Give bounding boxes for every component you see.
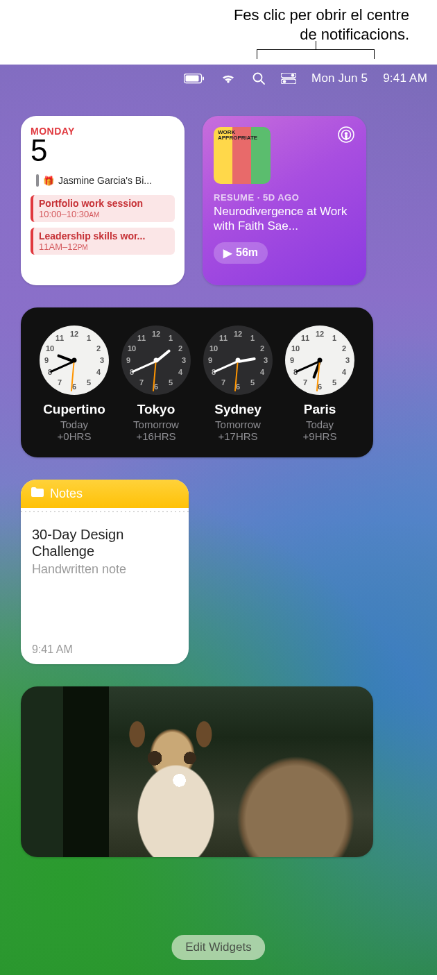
annotation-callout: Fes clic per obrir el centre de notifica…	[0, 0, 437, 65]
note-title: 30-Day Design Challenge	[32, 526, 178, 559]
clock-face: 121234567891011	[40, 326, 109, 395]
calendar-widget[interactable]: MONDAY 5 🎁 Jasmine Garcia's Bi... Portfo…	[21, 116, 185, 285]
notes-widget[interactable]: Notes 30-Day Design Challenge Handwritte…	[21, 480, 189, 664]
podcast-duration: 56m	[236, 246, 258, 259]
calendar-event[interactable]: Leadership skills wor... 11AM–12PM	[31, 228, 175, 255]
calendar-event[interactable]: 🎁 Jasmine Garcia's Bi...	[31, 171, 175, 189]
world-clock-city[interactable]: 121234567891011 Sydney Tomorrow +17HRS	[200, 326, 276, 442]
event-title: Portfolio work session	[39, 198, 171, 209]
svg-rect-1	[186, 75, 199, 81]
event-time: 10:00–10:30AM	[39, 209, 171, 219]
clock-city-label: Paris	[282, 402, 358, 417]
podcast-title: Neurodivergence at Work with Faith Sae..…	[214, 204, 355, 234]
svg-rect-2	[203, 76, 204, 80]
clock-day-label: Today	[36, 419, 112, 430]
clock-offset-label: +0HRS	[36, 430, 112, 442]
clock-offset-label: +9HRS	[282, 430, 358, 442]
note-time: 9:41 AM	[32, 643, 178, 656]
podcasts-widget[interactable]: RESUME · 5D AGO Neurodivergence at Work …	[203, 116, 366, 285]
clock-face: 121234567891011	[285, 326, 354, 395]
play-icon: ▶	[223, 246, 232, 260]
clock-city-label: Tokyo	[118, 402, 194, 417]
event-time: 11AM–12PM	[39, 242, 171, 252]
world-clock-city[interactable]: 121234567891011 Paris Today +9HRS	[282, 326, 358, 442]
podcasts-app-icon	[337, 126, 355, 146]
callout-line2: de notificacions.	[300, 26, 409, 43]
podcast-meta: RESUME · 5D AGO	[214, 192, 355, 203]
svg-point-6	[291, 74, 295, 77]
svg-point-8	[283, 80, 286, 83]
clock-day-label: Tomorrow	[200, 419, 276, 430]
clock-offset-label: +17HRS	[200, 430, 276, 442]
calendar-day-number: 5	[31, 135, 175, 166]
clock-city-label: Cupertino	[36, 402, 112, 417]
clock-face: 121234567891011	[121, 326, 191, 395]
notes-header: Notes	[21, 480, 189, 508]
callout-line1: Fes clic per obrir el centre	[234, 6, 409, 24]
menubar: Mon Jun 5 9:41 AM	[0, 65, 437, 92]
notes-perforation	[21, 508, 189, 515]
edit-widgets-button[interactable]: Edit Widgets	[171, 935, 265, 960]
spotlight-search-icon[interactable]	[252, 71, 266, 85]
callout-bracket	[257, 44, 375, 60]
folder-icon	[31, 487, 44, 501]
podcast-play-button[interactable]: ▶ 56m	[214, 242, 268, 264]
clock-city-label: Sydney	[200, 402, 276, 417]
battery-icon[interactable]	[184, 74, 205, 84]
event-title: Leadership skills wor...	[39, 230, 171, 242]
event-title: Jasmine Garcia's Bi...	[58, 175, 152, 186]
podcast-artwork	[214, 127, 271, 184]
photos-widget[interactable]	[21, 686, 373, 857]
world-clock-city[interactable]: 121234567891011 Cupertino Today +0HRS	[36, 326, 112, 442]
note-subtitle: Handwritten note	[32, 562, 178, 577]
notification-center: MONDAY 5 🎁 Jasmine Garcia's Bi... Portfo…	[0, 116, 437, 975]
world-clock-city[interactable]: 121234567891011 Tokyo Tomorrow +16HRS	[118, 326, 194, 442]
clock-day-label: Tomorrow	[118, 419, 194, 430]
desktop: Mon Jun 5 9:41 AM MONDAY 5 🎁 Jasmine Gar…	[0, 65, 437, 975]
clock-offset-label: +16HRS	[118, 430, 194, 442]
event-color-bar	[36, 174, 39, 187]
calendar-event[interactable]: Portfolio work session 10:00–10:30AM	[31, 195, 175, 222]
menubar-time[interactable]: 9:41 AM	[383, 71, 427, 85]
wifi-icon[interactable]	[220, 72, 237, 85]
svg-line-4	[261, 81, 264, 84]
clock-day-label: Today	[282, 419, 358, 430]
control-center-icon[interactable]	[281, 73, 296, 84]
svg-point-11	[345, 132, 348, 135]
menubar-date[interactable]: Mon Jun 5	[311, 71, 368, 85]
clock-face: 121234567891011	[203, 326, 273, 395]
birthday-icon: 🎁	[43, 176, 54, 186]
world-clock-widget[interactable]: 121234567891011 Cupertino Today +0HRS 12…	[21, 307, 373, 457]
notes-header-label: Notes	[50, 487, 83, 501]
